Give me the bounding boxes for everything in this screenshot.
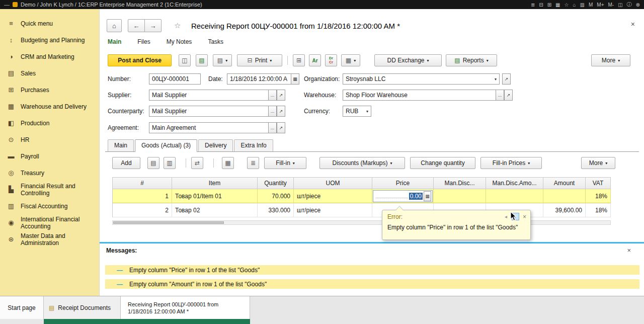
counterparty-choose-button[interactable]: ...: [268, 106, 277, 117]
messages-close-icon[interactable]: ×: [627, 247, 631, 254]
sidebar-item-purchases[interactable]: ⊞Purchases: [0, 82, 99, 98]
power-icon[interactable]: ⊗: [636, 2, 640, 8]
m-minus-button[interactable]: M-: [608, 2, 614, 8]
sidebar-item-hr[interactable]: ⊙HR: [0, 131, 99, 148]
supplier-choose-button[interactable]: ...: [268, 90, 277, 101]
tab-goods-actual[interactable]: Goods (Actual) (3): [135, 139, 197, 152]
post-and-close-button[interactable]: Post and Close: [108, 54, 172, 66]
cell-price-editing[interactable]: 0.00 ▦: [372, 189, 434, 203]
calculate-button[interactable]: ⊞: [293, 54, 305, 66]
column-header-vat[interactable]: VAT: [586, 178, 611, 189]
table-more-button[interactable]: More▾: [581, 157, 615, 169]
sidebar-item-payroll[interactable]: ▬Payroll: [0, 148, 99, 165]
tab-extra-info[interactable]: Extra Info: [234, 139, 273, 151]
column-header-man-disc[interactable]: Man.Disc...: [434, 178, 486, 189]
warehouse-field[interactable]: Shop Floor Warehouse: [343, 90, 496, 101]
cell-man-disc[interactable]: [434, 189, 486, 203]
close-tooltip-icon[interactable]: ×: [523, 213, 526, 220]
clipboard-icon[interactable]: ▥: [580, 2, 585, 8]
tab-tasks[interactable]: Tasks: [208, 38, 223, 49]
move-row-button[interactable]: ⇄: [191, 157, 203, 169]
cell-vat[interactable]: 18%: [586, 189, 611, 203]
chevron-down-icon[interactable]: ▾: [493, 77, 497, 82]
taskbar-tab-receipt-documents[interactable]: ▤ Receipt Documents: [44, 296, 121, 319]
home-button[interactable]: ⌂: [107, 19, 122, 32]
m-plus-button[interactable]: M+: [597, 2, 604, 8]
sidebar-item-warehouse-and-delivery[interactable]: ▦Warehouse and Delivery: [0, 98, 99, 115]
fill-in-button[interactable]: Fill-in▾: [264, 157, 306, 169]
save-button[interactable]: ◫: [179, 54, 191, 66]
calculator-icon[interactable]: ⊞: [547, 2, 551, 8]
register-records-button[interactable]: ▦▾: [341, 54, 360, 66]
tab-my-notes[interactable]: My Notes: [167, 38, 192, 49]
taskbar-tab-receiving-report[interactable]: Receiving Report 00ЦУ-000001 from 1/18/2…: [121, 296, 250, 319]
counterparty-open-button[interactable]: ↗: [277, 106, 285, 117]
table-row[interactable]: 1 Товар 01/Item 01 70.000 шт/piece 0.00 …: [113, 189, 611, 203]
cell-man-disc-amount[interactable]: [486, 189, 543, 203]
supplier-field[interactable]: Mail Supplier: [149, 90, 269, 101]
check-availability-button[interactable]: ▦: [222, 157, 234, 169]
tab-files[interactable]: Files: [137, 38, 150, 49]
fill-in-prices-button[interactable]: Fill-in Prices▾: [480, 157, 542, 169]
tab-delivery[interactable]: Delivery: [198, 139, 233, 151]
column-header-item[interactable]: Item: [172, 178, 258, 189]
column-header-num[interactable]: #: [113, 178, 172, 189]
tab-main[interactable]: Main: [108, 38, 121, 49]
tab-detail-main[interactable]: Main: [108, 139, 134, 151]
create-based-on-button[interactable]: ▤▾: [213, 54, 232, 66]
add-row-button[interactable]: Add: [112, 157, 140, 169]
cell-uom[interactable]: шт/piece: [294, 203, 372, 217]
message-item[interactable]: — Empty column "Price" in row 1 of the l…: [105, 265, 639, 275]
cell-amount[interactable]: [543, 189, 586, 203]
sidebar-item-international-financial-accounting[interactable]: ◉International Financial Accounting: [0, 214, 99, 231]
more-button[interactable]: More▾: [591, 54, 630, 66]
price-input[interactable]: 0.00 ▦: [373, 190, 433, 202]
favorite-star-icon[interactable]: ☆: [174, 21, 181, 30]
scrollbar-thumb[interactable]: [113, 221, 224, 224]
cell-amount[interactable]: 39,600.00: [543, 203, 586, 217]
warehouse-open-button[interactable]: ↗: [504, 90, 513, 101]
column-header-price[interactable]: Price: [372, 178, 434, 189]
list-settings-button[interactable]: ≣: [247, 157, 259, 169]
home-icon[interactable]: ⌂: [573, 2, 576, 8]
counterparty-field[interactable]: Mail Supplier: [149, 106, 269, 117]
star-icon[interactable]: ☆: [565, 2, 569, 8]
sidebar-item-budgeting-and-planning[interactable]: ↕Budgeting and Planning: [0, 32, 99, 48]
change-quantity-button[interactable]: Change quantity: [410, 157, 475, 169]
cell-num[interactable]: 1: [113, 189, 172, 203]
agreement-choose-button[interactable]: ...: [268, 122, 277, 133]
copy-row-button[interactable]: ▤: [147, 157, 159, 169]
accounting-register-button[interactable]: Ar: [309, 54, 321, 66]
cell-quantity[interactable]: 70.000: [258, 189, 294, 203]
date-calendar-button[interactable]: ▦: [291, 73, 299, 85]
column-header-uom[interactable]: UOM: [294, 178, 372, 189]
table-horizontal-scrollbar[interactable]: [112, 220, 611, 225]
date-field[interactable]: 1/18/2016 12:00:00 A: [227, 73, 291, 85]
print-button[interactable]: ⊟Print▾: [237, 54, 282, 66]
minimize-dash-icon[interactable]: —: [4, 2, 10, 8]
sidebar-item-master-data-and-administration[interactable]: ⊛Master Data and Administration: [0, 231, 99, 248]
back-button[interactable]: ←: [128, 19, 145, 32]
close-form-icon[interactable]: ×: [631, 20, 635, 28]
table-row[interactable]: 2 Товар 02 330.000 шт/piece 39,600.00 18…: [113, 203, 611, 217]
cell-num[interactable]: 2: [113, 203, 172, 217]
organization-open-button[interactable]: ↗: [502, 73, 511, 85]
sidebar-item-sales[interactable]: ▤Sales: [0, 65, 99, 82]
agreement-open-button[interactable]: ↗: [277, 122, 285, 133]
prev-error-button[interactable]: ◂: [502, 213, 510, 220]
reports-button[interactable]: ▤Reports▾: [446, 54, 497, 66]
sidebar-item-treasury[interactable]: ◎Treasury: [0, 165, 99, 181]
currency-field[interactable]: RUB▾: [343, 106, 371, 117]
keyboard-icon[interactable]: ≣: [531, 2, 535, 8]
m-button[interactable]: M: [589, 2, 593, 8]
calculator-dropdown-button[interactable]: ▦: [424, 191, 431, 201]
column-header-man-disc-amount[interactable]: Man.Disc.Amo...: [486, 178, 543, 189]
cell-item[interactable]: Товар 01/Item 01: [172, 189, 258, 203]
window-icon[interactable]: ◫: [618, 2, 622, 8]
column-header-amount[interactable]: Amount: [543, 178, 586, 189]
cell-vat[interactable]: 18%: [586, 203, 611, 217]
number-field[interactable]: 00ЦУ-000001: [149, 73, 201, 85]
supplier-open-button[interactable]: ↗: [277, 90, 285, 101]
sidebar-item-financial-result-and-controlling[interactable]: ▙Financial Result and Controlling: [0, 181, 99, 198]
organization-field[interactable]: Stroysnab LLC▾: [343, 73, 500, 85]
